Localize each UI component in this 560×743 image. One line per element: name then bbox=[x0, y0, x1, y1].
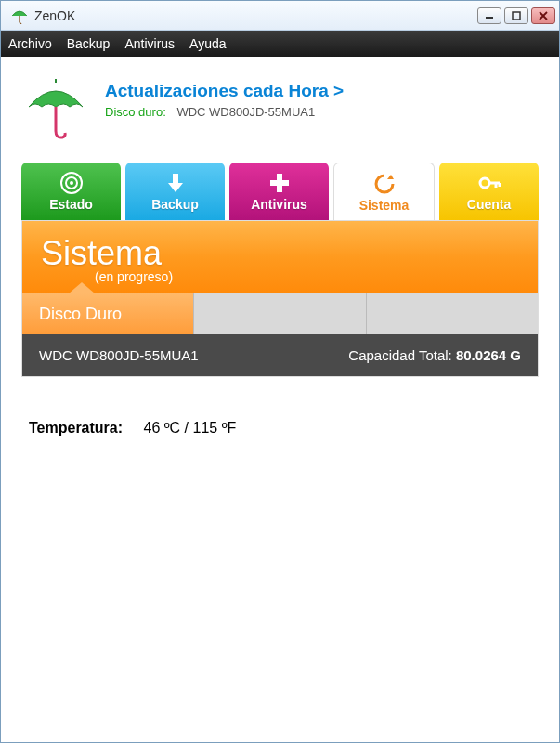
maximize-button[interactable] bbox=[504, 7, 528, 24]
disk-infobar: WDC WD800JD-55MUA1 Capacidad Total: 80.0… bbox=[22, 334, 538, 376]
subtab-empty-1[interactable] bbox=[194, 293, 366, 334]
app-window: ZenOK Archivo Backup Antivirus Ayuda Act… bbox=[0, 0, 560, 743]
updates-link[interactable]: Actualizaciones cada Hora > bbox=[105, 81, 344, 101]
subtab-label: Disco Duro bbox=[39, 305, 122, 324]
temperature-label: Temperatura: bbox=[29, 420, 123, 436]
refresh-icon bbox=[372, 172, 397, 196]
menubar: Archivo Backup Antivirus Ayuda bbox=[1, 31, 559, 57]
menu-backup[interactable]: Backup bbox=[67, 36, 111, 51]
svg-point-12 bbox=[480, 178, 489, 188]
tab-cuenta[interactable]: Cuenta bbox=[439, 163, 539, 220]
download-icon bbox=[163, 171, 188, 195]
main-tabs: Estado Backup Antivirus Sistema Cuenta bbox=[1, 163, 559, 220]
panel-header: Sistema (en progreso) bbox=[22, 221, 538, 293]
header-subtitle: Disco duro: WDC WD800JD-55MUA1 bbox=[105, 105, 344, 119]
tab-label: Estado bbox=[49, 197, 93, 212]
plus-icon bbox=[267, 171, 292, 195]
target-icon bbox=[59, 171, 84, 195]
subtab-disco-duro[interactable]: Disco Duro bbox=[22, 293, 194, 334]
window-title: ZenOK bbox=[34, 8, 477, 23]
panel-title: Sistema bbox=[41, 234, 519, 273]
disk-value: WDC WD800JD-55MUA1 bbox=[176, 105, 315, 119]
close-button[interactable] bbox=[531, 7, 555, 24]
tab-antivirus[interactable]: Antivirus bbox=[229, 163, 329, 220]
header-text: Actualizaciones cada Hora > Disco duro: … bbox=[105, 75, 344, 119]
capacity-label: Capacidad Total: bbox=[348, 347, 451, 363]
disk-model: WDC WD800JD-55MUA1 bbox=[39, 347, 199, 363]
key-icon bbox=[477, 171, 501, 195]
tab-label: Sistema bbox=[359, 198, 410, 213]
menu-archivo[interactable]: Archivo bbox=[8, 36, 52, 51]
window-controls bbox=[477, 7, 555, 24]
tab-estado[interactable]: Estado bbox=[21, 163, 121, 220]
temperature-value: 46 ºC / 115 ºF bbox=[144, 420, 237, 436]
pointer-icon bbox=[69, 282, 95, 293]
titlebar: ZenOK bbox=[1, 1, 559, 31]
disk-label: Disco duro: bbox=[105, 105, 166, 119]
subtab-empty-2[interactable] bbox=[367, 293, 538, 334]
minimize-button[interactable] bbox=[477, 7, 501, 24]
svg-rect-2 bbox=[513, 12, 520, 20]
app-icon bbox=[10, 7, 29, 25]
tab-label: Antivirus bbox=[251, 197, 307, 212]
menu-antivirus[interactable]: Antivirus bbox=[124, 36, 175, 51]
tab-label: Backup bbox=[151, 197, 199, 212]
menu-ayuda[interactable]: Ayuda bbox=[189, 36, 226, 51]
tab-sistema[interactable]: Sistema bbox=[333, 163, 435, 220]
temperature-row: Temperatura: 46 ºC / 115 ºF bbox=[1, 377, 559, 479]
panel-subtitle: (en progreso) bbox=[95, 269, 519, 284]
sistema-panel: Sistema (en progreso) Disco Duro WDC WD8… bbox=[21, 220, 539, 377]
tab-label: Cuenta bbox=[467, 197, 511, 212]
umbrella-icon bbox=[23, 75, 88, 140]
tab-backup[interactable]: Backup bbox=[125, 163, 225, 220]
capacity-value: 80.0264 G bbox=[456, 347, 521, 363]
subtabs: Disco Duro bbox=[22, 293, 538, 334]
svg-point-9 bbox=[70, 181, 73, 185]
svg-rect-11 bbox=[270, 180, 289, 186]
disk-capacity: Capacidad Total: 80.0264 G bbox=[348, 347, 521, 363]
header: Actualizaciones cada Hora > Disco duro: … bbox=[1, 57, 559, 155]
